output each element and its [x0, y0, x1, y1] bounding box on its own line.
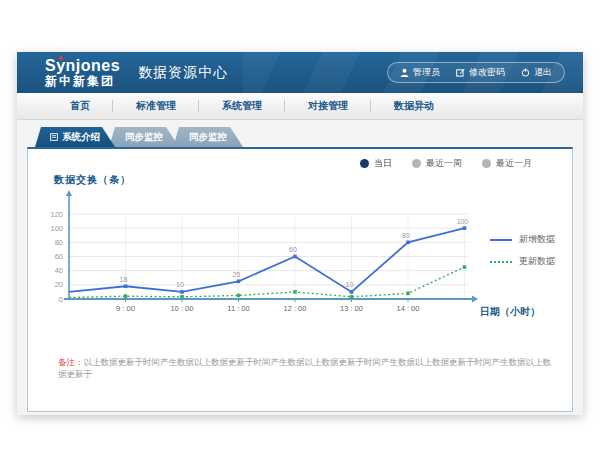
tab-sync-monitor-2[interactable]: 同步监控: [173, 127, 243, 147]
radio-today[interactable]: 当日: [360, 157, 392, 170]
tab-label: 同步监控: [189, 131, 227, 144]
svg-text:10: 10: [176, 281, 184, 288]
svg-text:40: 40: [55, 266, 63, 275]
radio-last-week[interactable]: 最近一周: [412, 157, 462, 170]
svg-text:80: 80: [55, 238, 63, 247]
nav-item-data-change[interactable]: 数据异动: [371, 93, 457, 119]
radio-dot: [360, 159, 369, 168]
chart-legend: 新增数据 更新数据: [490, 233, 555, 268]
user-toolbar: 管理员 修改密码 退出: [387, 62, 565, 83]
svg-text:10 : 00: 10 : 00: [171, 304, 194, 313]
svg-text:60: 60: [289, 246, 297, 253]
svg-text:9 : 00: 9 : 00: [116, 304, 135, 313]
radio-label: 最近一月: [496, 157, 532, 170]
logo-text-en: Synjones: [45, 58, 120, 75]
legend-item-updated-data: 更新数据: [490, 255, 555, 268]
tab-bar: 系统介绍 同步监控 同步监控: [35, 127, 243, 147]
radio-dot: [412, 159, 421, 168]
footnote: 备注：以上数据更新于时间产生数据以上数据更新于时间产生数据以上数据更新于时间产生…: [58, 357, 558, 381]
svg-text:14 : 00: 14 : 00: [397, 304, 420, 313]
svg-text:25: 25: [233, 271, 241, 278]
main-nav: 首页 标准管理 系统管理 对接管理 数据异动: [17, 93, 583, 120]
svg-text:12 : 00: 12 : 00: [284, 304, 307, 313]
nav-item-interface-mgmt[interactable]: 对接管理: [285, 93, 371, 119]
legend-item-new-data: 新增数据: [490, 233, 555, 246]
svg-text:60: 60: [55, 252, 63, 261]
power-icon: [521, 68, 530, 77]
change-password-label: 修改密码: [469, 66, 505, 79]
tab-sync-monitor-1[interactable]: 同步监控: [109, 127, 179, 147]
radio-label: 当日: [374, 157, 392, 170]
svg-text:80: 80: [402, 232, 410, 239]
tab-label: 同步监控: [125, 131, 163, 144]
admin-user-label: 管理员: [413, 66, 440, 79]
svg-text:11 : 00: 11 : 00: [227, 304, 249, 313]
svg-text:0: 0: [59, 295, 63, 304]
x-axis-title: 日期（小时）: [480, 305, 540, 319]
app-header: Synjones 新中新集团 数据资源中心 管理员 修改密码: [17, 52, 583, 93]
radio-dot: [482, 159, 491, 168]
svg-text:10: 10: [346, 281, 354, 288]
y-axis-title: 数据交换（条）: [54, 173, 131, 187]
nav-item-standard-mgmt[interactable]: 标准管理: [113, 93, 199, 119]
app-window: Synjones 新中新集团 数据资源中心 管理员 修改密码: [17, 52, 583, 415]
legend-label: 新增数据: [519, 233, 555, 246]
radio-label: 最近一周: [426, 157, 462, 170]
svg-text:13 : 00: 13 : 00: [340, 304, 363, 313]
solid-line-swatch: [490, 239, 512, 241]
page-title: 数据资源中心: [138, 64, 228, 82]
edit-icon: [456, 68, 465, 77]
time-range-filter: 当日 最近一周 最近一月: [360, 157, 532, 170]
company-logo: Synjones 新中新集团: [45, 58, 120, 87]
logo-accent-dot: [59, 56, 63, 60]
change-password-button[interactable]: 修改密码: [456, 66, 505, 79]
logout-label: 退出: [534, 66, 552, 79]
admin-user-button[interactable]: 管理员: [400, 66, 440, 79]
svg-text:120: 120: [50, 210, 63, 219]
logo-text-cn: 新中新集团: [45, 75, 120, 88]
document-icon: [50, 132, 58, 143]
chart-panel: 当日 最近一周 最近一月 数据交换（条） 0204060801001209 : …: [27, 147, 573, 412]
legend-label: 更新数据: [519, 255, 555, 268]
logout-button[interactable]: 退出: [521, 66, 552, 79]
nav-item-system-mgmt[interactable]: 系统管理: [199, 93, 285, 119]
content-area: 系统介绍 同步监控 同步监控 当日 最近一周: [17, 120, 583, 415]
tab-system-intro[interactable]: 系统介绍: [35, 127, 115, 147]
footnote-text: 以上数据更新于时间产生数据以上数据更新于时间产生数据以上数据更新于时间产生数据以…: [58, 357, 551, 379]
svg-text:100: 100: [457, 218, 469, 225]
svg-text:20: 20: [55, 280, 63, 289]
dotted-line-swatch: [490, 261, 512, 263]
user-icon: [400, 68, 409, 77]
tab-label: 系统介绍: [62, 131, 100, 144]
nav-item-home[interactable]: 首页: [47, 93, 113, 119]
svg-text:18: 18: [120, 276, 128, 283]
radio-last-month[interactable]: 最近一月: [482, 157, 532, 170]
svg-text:100: 100: [50, 224, 63, 233]
footnote-label: 备注：: [58, 357, 84, 367]
